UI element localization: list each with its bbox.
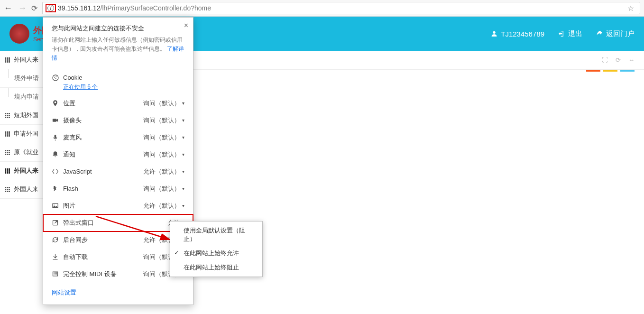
sidebar-item[interactable]: 外国人来 — [0, 51, 46, 69]
js-icon — [52, 168, 63, 175]
sidebar-item-label: 境内申请 — [14, 92, 39, 101]
svg-point-3 — [55, 76, 56, 77]
perm-label: 完全控制 MIDI 设备 — [63, 270, 143, 278]
user-id: TJ123456789 — [501, 30, 544, 38]
site-info-highlight: i — [46, 4, 56, 12]
svg-point-1 — [53, 75, 58, 81]
url-host: 39.155.161.12 — [58, 4, 101, 12]
sidebar-subitem[interactable]: 境外申请 — [0, 69, 46, 88]
camera-icon — [52, 117, 63, 124]
perm-value-dropdown[interactable]: 允许（默认） — [143, 167, 184, 176]
sidebar-item-label: 外国人来 — [14, 185, 38, 194]
svg-point-8 — [54, 204, 55, 205]
perm-row-js[interactable]: JavaScript允许（默认） — [43, 163, 193, 180]
flash-icon — [52, 185, 63, 192]
popup-permission-menu: 使用全局默认设置（阻止）在此网站上始终允许在此网站上始终阻止 — [170, 221, 263, 277]
download-icon — [52, 253, 63, 260]
logout-button[interactable]: 退出 — [558, 29, 582, 38]
logout-icon — [558, 30, 565, 37]
strip-1 — [586, 70, 600, 72]
perm-label: Flash — [63, 185, 143, 192]
perm-label: 自动下载 — [63, 253, 143, 261]
perm-label: 位置 — [63, 99, 143, 108]
menu-option[interactable]: 使用全局默认设置（阻止） — [170, 223, 262, 246]
cookie-usage-link[interactable]: 正在使用 6 个 — [43, 83, 193, 91]
cookie-icon — [52, 74, 63, 82]
sync-icon — [52, 236, 63, 243]
sidebar-item[interactable]: 短期外国 — [0, 106, 46, 125]
header-right: TJ123456789 退出 返回门户 — [490, 29, 635, 38]
strip-2 — [603, 70, 617, 72]
sidebar: 外国人来境外申请境内申请短期外国申请外国原《就业外国人来外国人来 — [0, 51, 46, 199]
perm-label: JavaScript — [63, 168, 143, 175]
strip-3 — [620, 70, 635, 72]
grid-icon — [5, 113, 10, 118]
perm-value-dropdown[interactable]: 询问（默认） — [143, 116, 184, 125]
grid-icon — [5, 168, 10, 174]
sidebar-item-label: 境外申请 — [14, 74, 39, 83]
perm-row-image[interactable]: 图片允许（默认） — [43, 197, 193, 214]
bookmark-icon[interactable]: ☆ — [627, 4, 634, 13]
perm-label: 后台同步 — [63, 236, 143, 244]
close-icon[interactable]: × — [184, 21, 188, 30]
sidebar-item-label: 短期外国 — [14, 111, 38, 120]
browser-toolbar: ← → ⟳ i 39.155.161.12 /lhPrimarySurfaceC… — [0, 0, 644, 17]
back-portal-label: 返回门户 — [606, 29, 635, 38]
security-title: 您与此网站之间建立的连接不安全 — [43, 24, 193, 36]
site-settings-row: 网站设置 — [43, 283, 193, 297]
sidebar-item[interactable]: 原《就业 — [0, 143, 46, 162]
back-portal-button[interactable]: 返回门户 — [596, 29, 635, 38]
location-icon — [52, 100, 63, 107]
logout-label: 退出 — [568, 29, 582, 38]
sidebar-item-label: 外国人来 — [14, 166, 38, 175]
reload-button[interactable]: ⟳ — [31, 4, 37, 13]
perm-row-camera[interactable]: 摄像头询问（默认） — [43, 112, 193, 129]
perm-row-flash[interactable]: Flash询问（默认） — [43, 180, 193, 197]
bell-icon — [52, 151, 63, 158]
refresh-icon[interactable]: ⟳ — [616, 56, 621, 64]
sidebar-item-label: 外国人来 — [14, 55, 38, 64]
grid-icon — [5, 187, 10, 192]
perm-value-dropdown[interactable]: 询问（默认） — [143, 185, 184, 193]
nav-arrows: ← → — [4, 3, 27, 13]
grid-icon — [5, 57, 10, 63]
address-bar[interactable]: i 39.155.161.12 /lhPrimarySurfaceControl… — [42, 2, 640, 14]
site-info-icon[interactable]: i — [47, 5, 54, 11]
grid-icon — [5, 131, 10, 137]
sidebar-item[interactable]: 外国人来 — [0, 162, 46, 180]
mic-icon — [52, 134, 63, 141]
image-icon — [52, 202, 63, 209]
perm-row-location[interactable]: 位置询问（默认） — [43, 95, 193, 112]
menu-option[interactable]: 在此网站上始终阻止 — [170, 260, 262, 275]
sidebar-item-label: 原《就业 — [14, 148, 38, 157]
security-desc-text: 请勿在此网站上输入任何敏感信息（例如密码或信用卡信息），因为攻击者可能会盗取这些… — [52, 37, 183, 52]
midi-icon — [52, 270, 63, 277]
perm-row-bell[interactable]: 通知询问（默认） — [43, 146, 193, 163]
back-button[interactable]: ← — [4, 3, 12, 13]
color-strip — [586, 70, 635, 72]
svg-rect-6 — [55, 135, 56, 139]
user-icon — [490, 30, 498, 37]
menu-option[interactable]: 在此网站上始终允许 — [170, 246, 262, 260]
sidebar-item[interactable]: 申请外国 — [0, 125, 46, 143]
perm-value-dropdown[interactable]: 询问（默认） — [143, 99, 184, 108]
url-path: /lhPrimarySurfaceController.do?home — [101, 4, 211, 12]
svg-point-4 — [55, 78, 56, 79]
perm-value-dropdown[interactable]: 询问（默认） — [143, 150, 184, 159]
fullscreen-icon[interactable]: ⛶ — [602, 56, 608, 64]
user-chip[interactable]: TJ123456789 — [490, 30, 544, 38]
svg-point-2 — [54, 76, 55, 77]
perm-label: 麦克风 — [63, 133, 143, 142]
sidebar-item[interactable]: 外国人来 — [0, 180, 46, 199]
sidebar-subitem[interactable]: 境内申请 — [0, 88, 46, 106]
perm-label: 弹出式窗口 — [63, 219, 168, 227]
perm-value-dropdown[interactable]: 允许（默认） — [143, 202, 184, 210]
perm-row-mic[interactable]: 麦克风询问（默认） — [43, 129, 193, 146]
perm-value-dropdown[interactable]: 询问（默认） — [143, 133, 184, 142]
share-icon — [596, 30, 603, 37]
expand-icon[interactable]: ↔ — [628, 56, 635, 64]
logo-icon — [9, 24, 29, 44]
perm-label: 图片 — [63, 202, 143, 210]
forward-button[interactable]: → — [18, 3, 27, 13]
site-settings-link[interactable]: 网站设置 — [52, 289, 76, 296]
